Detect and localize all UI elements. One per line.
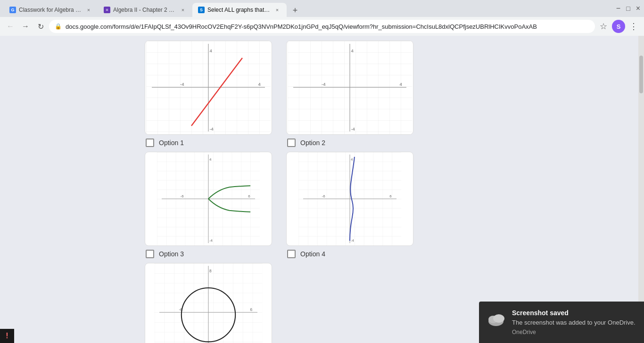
address-text: docs.google.com/forms/d/e/1FAIpQLSf_43Ov… xyxy=(66,23,589,30)
tab-algebra-label: Algebra II - Chapter 2 Quiz xyxy=(113,7,176,13)
tab-algebra-close[interactable]: × xyxy=(179,6,187,14)
taskbar-notification[interactable]: ! xyxy=(0,329,14,343)
options-row-1: 4 -4 4 -4 Option 1 xyxy=(145,41,494,147)
option-1-checkbox[interactable] xyxy=(146,139,154,147)
tab-select-label: Select ALL graphs that do NOT r… xyxy=(207,7,271,13)
back-button[interactable]: ← xyxy=(4,20,17,33)
svg-text:4: 4 xyxy=(209,48,212,53)
option-4-block: 6 -6 4 -4 Option 4 xyxy=(286,152,413,258)
tab-classwork-close[interactable]: × xyxy=(85,6,92,14)
toast-content: Screenshot saved The screenshot was adde… xyxy=(512,309,636,335)
scrollbar[interactable] xyxy=(638,36,644,343)
option-3-checkbox[interactable] xyxy=(146,250,154,258)
close-button[interactable]: × xyxy=(636,4,640,13)
option-4-graph: 6 -6 4 -4 xyxy=(286,152,413,246)
option-3-block: 6 -6 4 -4 xyxy=(145,152,272,258)
svg-text:-4: -4 xyxy=(351,238,355,243)
lock-icon: 🔒 xyxy=(55,23,62,30)
toast-notification: Screenshot saved The screenshot was adde… xyxy=(479,302,644,343)
browser-frame: G Classwork for Algebra 2 / Trig B … × ≡… xyxy=(0,0,644,343)
new-tab-button[interactable]: + xyxy=(289,4,302,17)
page-content: 4 -4 4 -4 Option 1 xyxy=(0,36,644,343)
option-1-graph: 4 -4 4 -4 xyxy=(145,41,272,135)
toolbar: ← → ↻ 🔒 docs.google.com/forms/d/e/1FAIpQ… xyxy=(0,17,644,36)
maximize-button[interactable]: □ xyxy=(626,5,630,12)
form-container: 4 -4 4 -4 Option 1 xyxy=(135,36,503,343)
svg-text:-4: -4 xyxy=(209,126,214,131)
option-2-text: Option 2 xyxy=(300,139,325,147)
onedrive-icon xyxy=(487,309,505,328)
option-2-graph: 4 -4 4 -4 xyxy=(286,41,413,135)
option-3-graph: 6 -6 4 -4 xyxy=(145,152,272,246)
option-2-block: 4 -4 4 -4 Option 2 xyxy=(286,41,413,147)
tab-algebra-favicon: ≡ xyxy=(104,7,110,13)
option-5-block: 6 -6 8 -8 Option 5 xyxy=(145,263,272,343)
svg-point-44 xyxy=(493,314,504,323)
svg-text:4: 4 xyxy=(400,82,403,87)
menu-icon[interactable]: ⋮ xyxy=(627,21,640,32)
tab-select[interactable]: S Select ALL graphs that do NOT r… × xyxy=(192,3,287,17)
svg-text:4: 4 xyxy=(351,48,354,53)
svg-text:-4: -4 xyxy=(209,238,213,243)
tabs-area: G Classwork for Algebra 2 / Trig B … × ≡… xyxy=(4,0,302,17)
svg-text:-4: -4 xyxy=(351,126,355,131)
reload-button[interactable]: ↻ xyxy=(34,20,47,33)
option-3-label: Option 3 xyxy=(145,250,184,258)
window-controls: − □ × xyxy=(616,4,640,13)
exclamation-icon: ! xyxy=(6,332,8,340)
svg-text:6: 6 xyxy=(389,194,392,198)
svg-text:4: 4 xyxy=(258,82,261,87)
svg-text:8: 8 xyxy=(209,269,212,273)
option-3-text: Option 3 xyxy=(159,250,184,258)
option-4-label: Option 4 xyxy=(286,250,325,258)
svg-text:6: 6 xyxy=(248,194,250,198)
bookmark-icon[interactable]: ☆ xyxy=(597,21,610,32)
title-bar: G Classwork for Algebra 2 / Trig B … × ≡… xyxy=(0,0,644,17)
tab-select-close[interactable]: × xyxy=(273,6,281,14)
svg-text:4: 4 xyxy=(209,157,212,162)
forward-button[interactable]: → xyxy=(19,20,32,33)
option-1-block: 4 -4 4 -4 Option 1 xyxy=(145,41,272,147)
option-2-label: Option 2 xyxy=(286,139,325,147)
option-1-label: Option 1 xyxy=(145,139,184,147)
tab-classwork-label: Classwork for Algebra 2 / Trig B … xyxy=(19,7,82,13)
option-4-checkbox[interactable] xyxy=(287,250,296,258)
main-content: 4 -4 4 -4 Option 1 xyxy=(0,36,638,343)
profile-avatar[interactable]: S xyxy=(612,20,625,33)
toast-title: Screenshot saved xyxy=(512,309,636,317)
option-5-graph: 6 -6 8 -8 xyxy=(145,263,272,343)
address-bar[interactable]: 🔒 docs.google.com/forms/d/e/1FAIpQLSf_43… xyxy=(49,20,595,33)
tab-algebra[interactable]: ≡ Algebra II - Chapter 2 Quiz × xyxy=(98,3,192,17)
option-2-checkbox[interactable] xyxy=(287,139,296,147)
options-row-3: 6 -6 8 -8 Option 5 xyxy=(145,263,494,343)
svg-text:-4: -4 xyxy=(322,82,326,87)
tab-select-favicon: S xyxy=(198,7,205,13)
minimize-button[interactable]: − xyxy=(616,4,620,13)
scrollbar-thumb[interactable] xyxy=(639,56,643,93)
svg-text:4: 4 xyxy=(351,157,353,162)
toast-body: The screenshot was added to your OneDriv… xyxy=(512,318,636,327)
options-row-2: 6 -6 4 -4 xyxy=(145,152,494,258)
svg-text:-6: -6 xyxy=(322,194,326,198)
tab-classwork[interactable]: G Classwork for Algebra 2 / Trig B … × xyxy=(4,3,98,17)
svg-text:6: 6 xyxy=(250,307,252,312)
tab-classwork-favicon: G xyxy=(9,7,16,13)
svg-text:-6: -6 xyxy=(181,194,184,198)
option-1-text: Option 1 xyxy=(159,139,184,147)
option-4-text: Option 4 xyxy=(300,250,325,258)
toolbar-actions: ☆ S ⋮ xyxy=(597,20,640,33)
svg-text:-4: -4 xyxy=(180,82,184,87)
toast-source: OneDrive xyxy=(512,329,636,335)
